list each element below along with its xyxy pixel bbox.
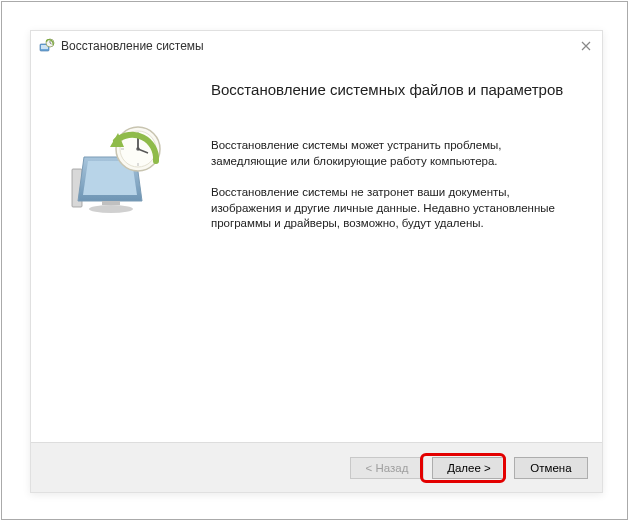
text-column: Восстановление системных файлов и параме… [191, 79, 574, 432]
wizard-footer: < Назад Далее > Отмена [31, 442, 602, 492]
page-heading: Восстановление системных файлов и параме… [211, 81, 574, 98]
back-button: < Назад [350, 457, 424, 479]
outer-frame: Восстановление системы [1, 1, 628, 520]
titlebar: Восстановление системы [31, 31, 602, 61]
wizard-content: Восстановление системных файлов и параме… [31, 61, 602, 442]
next-button[interactable]: Далее > [432, 457, 506, 479]
paragraph-1: Восстановление системы может устранить п… [211, 138, 574, 169]
wizard-window: Восстановление системы [30, 30, 603, 493]
icon-column [51, 79, 191, 432]
cancel-button[interactable]: Отмена [514, 457, 588, 479]
system-restore-icon [39, 38, 55, 54]
svg-point-5 [89, 205, 133, 213]
svg-rect-4 [102, 201, 120, 205]
computer-clock-restore-icon [66, 119, 176, 229]
close-icon[interactable] [576, 37, 596, 55]
paragraph-2: Восстановление системы не затронет ваши … [211, 185, 574, 232]
window-title: Восстановление системы [61, 39, 204, 53]
